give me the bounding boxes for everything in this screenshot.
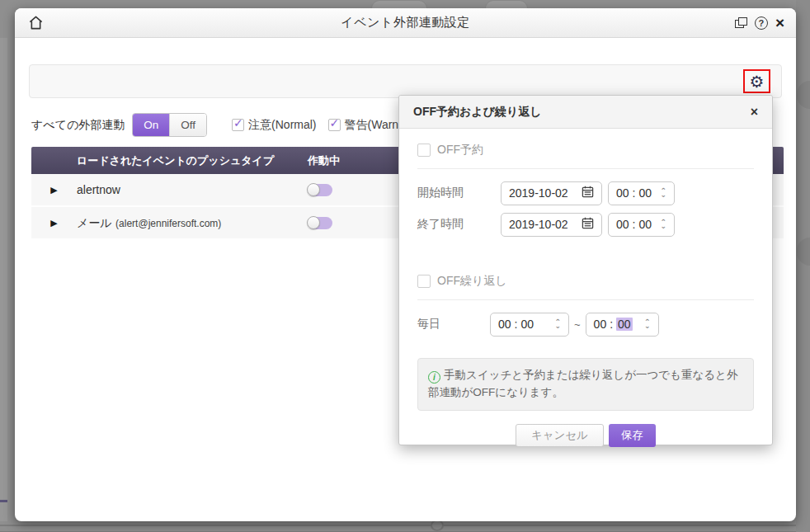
chevron-down-icon: ⌄ xyxy=(644,324,651,328)
info-icon: i xyxy=(428,371,440,384)
chevron-down-icon: ⌄ xyxy=(554,324,561,328)
time-stepper[interactable]: ⌃ ⌄ xyxy=(554,320,561,328)
event-external-link-settings-dialog: イベント外部連動設定 ? × ⚙ すべての外部連動 On Off ✓ xyxy=(15,8,796,521)
info-note: i手動スイッチと予約または繰り返しが一つでも重なると外部連動がOFFになります。 xyxy=(417,358,754,411)
background-artifact xyxy=(0,500,7,502)
off-button[interactable]: Off xyxy=(169,114,206,136)
divider xyxy=(417,299,754,300)
end-time-input[interactable]: 00 : 00 ⌃ ⌄ xyxy=(608,213,675,237)
time-stepper[interactable]: ⌃ ⌄ xyxy=(660,189,666,197)
calendar-icon[interactable] xyxy=(582,186,594,200)
cancel-button[interactable]: キャンセル xyxy=(516,424,604,447)
end-time-label: 終了時間 xyxy=(417,217,501,232)
off-schedule-popup: OFF予約および繰り返し × OFF予約 開始時間 2019-10-02 xyxy=(398,95,773,445)
popup-header: OFF予約および繰り返し × xyxy=(399,96,772,129)
on-button[interactable]: On xyxy=(133,114,169,136)
checkbox-unchecked-icon xyxy=(417,275,431,288)
toolbar: ⚙ xyxy=(29,64,782,98)
push-type-name: メール xyxy=(77,216,112,229)
row-expander-icon[interactable]: ▶ xyxy=(31,185,77,195)
push-type-detail: (alert@jennifersoft.com) xyxy=(115,218,221,229)
background-artifact xyxy=(485,0,528,8)
save-button[interactable]: 保存 xyxy=(609,424,656,447)
end-date-input[interactable]: 2019-10-02 xyxy=(501,213,602,237)
checkbox-unchecked-icon xyxy=(417,144,431,157)
on-off-segmented-control: On Off xyxy=(132,113,207,137)
range-separator: ~ xyxy=(574,318,581,331)
chevron-down-icon: ⌄ xyxy=(660,224,666,228)
background-artifact xyxy=(0,525,810,526)
start-time-row: 開始時間 2019-10-02 xyxy=(417,181,754,205)
help-icon[interactable]: ? xyxy=(755,16,768,30)
gear-icon: ⚙ xyxy=(750,73,765,90)
popout-icon[interactable] xyxy=(735,17,747,28)
start-date-input[interactable]: 2019-10-02 xyxy=(501,181,602,205)
end-time-row: 終了時間 2019-10-02 xyxy=(417,212,754,237)
daily-from-time-input[interactable]: 00 : 00 ⌃ ⌄ xyxy=(490,313,569,337)
daily-label: 毎日 xyxy=(417,317,490,332)
start-time-label: 開始時間 xyxy=(417,186,501,200)
checkbox-checked-icon: ✓ xyxy=(232,119,244,131)
start-time-input[interactable]: 00 : 00 ⌃ ⌄ xyxy=(608,181,675,205)
background-artifact xyxy=(371,0,427,8)
column-push-type: ロードされたイベントのプッシュタイプ xyxy=(77,153,308,168)
dialog-title: イベント外部連動設定 xyxy=(15,15,796,31)
background-artifact xyxy=(431,520,444,531)
active-toggle[interactable] xyxy=(308,184,332,196)
off-reserve-checkbox[interactable]: OFF予約 xyxy=(417,142,754,158)
chevron-down-icon: ⌄ xyxy=(660,193,666,197)
checkbox-checked-icon: ✓ xyxy=(328,119,341,131)
dialog-header: イベント外部連動設定 ? × xyxy=(15,8,796,38)
divider xyxy=(417,168,754,169)
popup-close-icon[interactable]: × xyxy=(751,106,758,119)
daily-row: 毎日 00 : 00 ⌃ ⌄ ~ 00 : xyxy=(417,312,754,337)
calendar-icon[interactable] xyxy=(582,217,594,232)
time-stepper[interactable]: ⌃ ⌄ xyxy=(644,320,651,328)
settings-gear-button[interactable]: ⚙ xyxy=(743,69,770,93)
daily-to-time-input[interactable]: 00 : 00 ⌃ ⌄ xyxy=(586,313,659,337)
all-external-link-label: すべての外部連動 xyxy=(31,118,125,133)
time-stepper[interactable]: ⌃ ⌄ xyxy=(660,220,666,228)
off-repeat-checkbox[interactable]: OFF繰り返し xyxy=(417,273,754,290)
popup-title: OFF予約および繰り返し xyxy=(413,105,542,120)
row-expander-icon[interactable]: ▶ xyxy=(31,218,77,228)
background-artifact xyxy=(0,38,7,521)
active-toggle[interactable] xyxy=(308,217,332,229)
dialog-close-icon[interactable]: × xyxy=(775,16,784,30)
push-type-name: alertnow xyxy=(77,183,120,196)
normal-checkbox[interactable]: ✓ 注意(Normal) xyxy=(232,118,316,133)
filter-row: すべての外部連動 On Off ✓ 注意(Normal) ✓ 警告(Warnin… xyxy=(31,113,417,137)
selected-minute: 00 xyxy=(616,318,633,331)
background-artifact xyxy=(796,0,810,532)
